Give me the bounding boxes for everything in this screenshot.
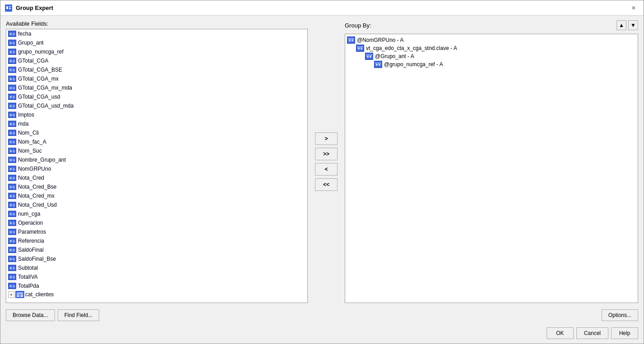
list-item[interactable]: X·1 Nota_Cred_Usd [6, 200, 307, 209]
list-item[interactable]: X·1 Subtotal [6, 263, 307, 272]
field-icon: X·1 [8, 193, 16, 199]
field-icon: X·1 [8, 274, 16, 280]
list-item[interactable]: X·1 GTotal_CGA_mx [6, 74, 307, 83]
options-button[interactable]: Options... [602, 309, 638, 321]
field-icon: X·1 [8, 265, 16, 271]
field-icon: X·1 [8, 256, 16, 262]
list-item[interactable]: X·1 mda [6, 119, 307, 128]
group-by-header: Group By: ▲ ▼ [345, 20, 638, 30]
svg-rect-1 [6, 6, 8, 9]
list-item[interactable]: X·1 Nombre_Grupo_ant [6, 155, 307, 164]
svg-rect-21 [361, 49, 362, 50]
list-item[interactable]: X·1 GTotal_CGA_usd [6, 92, 307, 101]
group-expert-dialog: Group Expert × Available Fields: X·1 fec… [0, 0, 644, 344]
tree-node[interactable]: @grupo_numcga_ref - A [374, 60, 636, 68]
list-item[interactable]: X·1 NomGRPUno [6, 164, 307, 173]
panels-row: Available Fields: X·1 fecha X·1 Grupo_an… [6, 20, 638, 303]
group-tree-icon [347, 36, 355, 44]
svg-rect-31 [379, 64, 380, 65]
field-icon: X·1 [8, 40, 16, 46]
app-icon [5, 5, 12, 12]
svg-rect-33 [379, 65, 380, 66]
field-icon: X·1 [8, 229, 16, 235]
list-item[interactable]: X·1 Nom_Suc [6, 146, 307, 155]
list-item[interactable]: X·1 Operacion [6, 218, 307, 227]
field-icon: X·1 [8, 130, 16, 136]
svg-rect-27 [370, 57, 371, 58]
remove-one-button[interactable]: < [315, 163, 338, 176]
field-icon: X·1 [8, 166, 16, 172]
bottom-row: Browse Data... Find Field... Options... [6, 307, 638, 323]
group-tree-icon [365, 53, 373, 60]
field-icon: X·1 [8, 202, 16, 208]
field-icon: X·1 [8, 184, 16, 190]
field-icon: X·1 [8, 148, 16, 154]
svg-rect-2 [9, 6, 11, 7]
expand-icon[interactable]: + [8, 291, 14, 298]
list-item[interactable]: X·1 SaldoFinal_Bse [6, 254, 307, 263]
list-item[interactable]: X·1 SaldoFinal [6, 245, 307, 254]
cancel-button[interactable]: Cancel [576, 327, 608, 339]
list-item[interactable]: X·1 fecha [6, 29, 307, 38]
svg-rect-3 [9, 8, 11, 9]
list-item[interactable]: X·1 TotalIVA [6, 272, 307, 281]
svg-rect-8 [17, 296, 19, 297]
group-by-tree[interactable]: @NomGRPUno - A [345, 34, 638, 303]
svg-rect-30 [376, 64, 378, 65]
find-field-button[interactable]: Find Field... [58, 309, 100, 321]
field-icon: X·1 [8, 139, 16, 145]
add-all-button[interactable]: >> [315, 148, 338, 160]
list-item[interactable]: X·1 Nota_Cred_Bse [6, 182, 307, 191]
field-icon: X·1 [8, 211, 16, 217]
svg-rect-18 [358, 48, 360, 49]
list-item[interactable]: X·1 grupo_numcga_ref [6, 47, 307, 56]
group-by-label: Group By: [345, 22, 371, 29]
list-item[interactable]: X·1 Nota_Cred [6, 173, 307, 182]
add-one-button[interactable]: > [315, 132, 338, 145]
svg-rect-19 [361, 48, 362, 49]
svg-rect-13 [352, 40, 353, 41]
field-icon: X·1 [8, 283, 16, 289]
svg-rect-9 [20, 296, 23, 297]
move-up-button[interactable]: ▲ [617, 20, 626, 30]
group-by-panel: Group By: ▲ ▼ [345, 20, 638, 303]
list-item[interactable]: X·1 Referencia [6, 236, 307, 245]
list-item[interactable]: + cat_clientes [6, 290, 307, 299]
list-item[interactable]: X·1 GTotal_CGA_usd_mda [6, 101, 307, 110]
table-icon [15, 291, 24, 298]
svg-rect-26 [367, 57, 369, 58]
group-tree-icon [356, 45, 364, 52]
help-button[interactable]: Help [611, 327, 638, 339]
tree-node[interactable]: @NomGRPUno - A [347, 36, 636, 44]
list-item[interactable]: X·1 GTotal_CGA_mx_mda [6, 83, 307, 92]
remove-all-button[interactable]: << [315, 178, 338, 191]
tree-node[interactable]: @Grupo_ant - A [365, 52, 636, 60]
list-item[interactable]: X·1 Nom_fac_A [6, 137, 307, 146]
list-item[interactable]: X·1 Nom_Cli [6, 128, 307, 137]
available-fields-list[interactable]: X·1 fecha X·1 Grupo_ant X·1 grupo_numcga… [6, 29, 308, 303]
ok-button[interactable]: OK [547, 327, 574, 339]
list-item[interactable]: X·1 TotalPda [6, 281, 307, 290]
svg-rect-24 [367, 56, 369, 57]
bottom-left-buttons: Browse Data... Find Field... [6, 309, 99, 321]
svg-rect-14 [349, 41, 351, 41]
field-icon: X·1 [8, 175, 16, 181]
close-button[interactable]: × [628, 3, 639, 14]
tree-node[interactable]: vt_cga_edo_cta_x_cga_stnd.clave - A [356, 44, 636, 52]
available-fields-label: Available Fields: [6, 20, 308, 27]
list-item[interactable]: X·1 Nota_Cred_mx [6, 191, 307, 200]
svg-rect-25 [370, 56, 371, 57]
browse-data-button[interactable]: Browse Data... [6, 309, 55, 321]
list-item[interactable]: X·1 Grupo_ant [6, 38, 307, 47]
field-icon: X·1 [8, 49, 16, 55]
list-item[interactable]: X·1 GTotal_CGA [6, 56, 307, 65]
list-item[interactable]: X·1 GTotal_CGA_BSE [6, 65, 307, 74]
list-item[interactable]: X·1 Imptos [6, 110, 307, 119]
field-icon: X·1 [8, 85, 16, 91]
move-down-button[interactable]: ▼ [628, 20, 638, 30]
list-item[interactable]: X·1 Parametros [6, 227, 307, 236]
list-item[interactable]: X·1 num_cga [6, 209, 307, 218]
field-icon: X·1 [8, 112, 16, 118]
svg-rect-6 [17, 294, 19, 295]
field-icon: X·1 [8, 31, 16, 37]
